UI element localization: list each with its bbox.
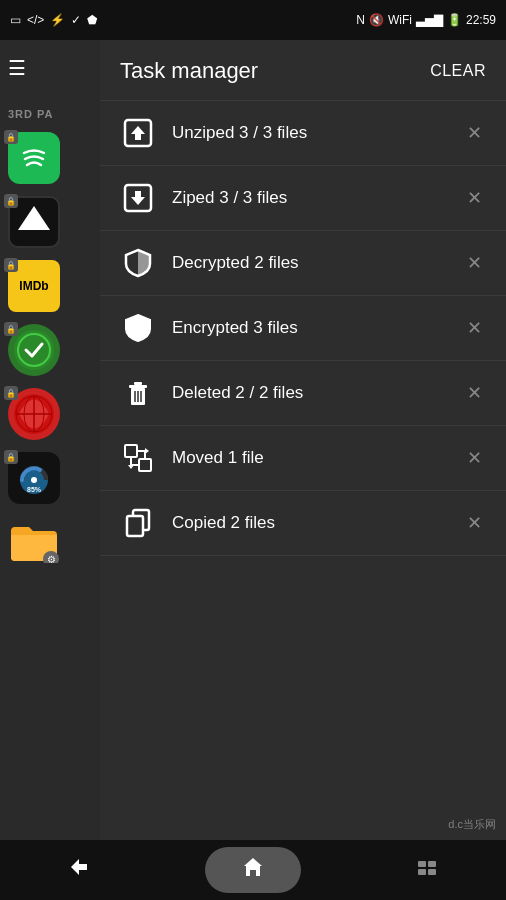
code-icon: </> [27,13,44,27]
list-item[interactable]: 🔒 85% [0,446,100,510]
task-title: Task manager [120,58,258,84]
list-item[interactable]: ⚙ [0,510,100,574]
lock-icon: 🔒 [4,130,18,144]
task-label-encrypted: Encrypted 3 files [172,318,447,338]
svg-marker-17 [131,126,145,140]
svg-rect-38 [428,861,436,867]
unzip-icon [120,115,156,151]
task-item-moved: Moved 1 file ✕ [100,426,506,491]
task-item-unziped: Unziped 3 / 3 files ✕ [100,101,506,166]
app-icon-folder: ⚙ [8,516,60,568]
clear-button[interactable]: CLEAR [430,62,486,80]
task-item-deleted: Deleted 2 / 2 files ✕ [100,361,506,426]
watermark: d.c当乐网 [448,817,496,832]
list-item[interactable]: 🔒 IMDb [0,254,100,318]
home-button[interactable] [205,847,301,893]
svg-rect-21 [129,385,147,388]
svg-marker-33 [145,448,149,454]
task-list: Unziped 3 / 3 files ✕ Ziped 3 / 3 files … [100,101,506,840]
notify-icon: ✓ [71,13,81,27]
status-icons-left: ▭ </> ⚡ ✓ ⬟ [10,13,97,27]
lock-icon: 🔒 [4,194,18,208]
copy-icon [120,505,156,541]
close-button-unziped[interactable]: ✕ [463,118,486,148]
close-button-deleted[interactable]: ✕ [463,378,486,408]
clock: 22:59 [466,13,496,27]
move-icon [120,440,156,476]
task-item-ziped: Ziped 3 / 3 files ✕ [100,166,506,231]
svg-rect-37 [418,861,426,867]
battery-icon: 🔋 [447,13,462,27]
task-label-moved: Moved 1 file [172,448,447,468]
lock-icon: 🔒 [4,450,18,464]
list-item[interactable]: 🔒 [0,382,100,446]
mute-icon: 🔇 [369,13,384,27]
task-item-copied: Copied 2 files ✕ [100,491,506,556]
list-item[interactable]: 🔒 [0,190,100,254]
usb-icon: ⚡ [50,13,65,27]
trash-icon [120,375,156,411]
zip-icon [120,180,156,216]
task-label-deleted: Deleted 2 / 2 files [172,383,447,403]
task-label-unziped: Unziped 3 / 3 files [172,123,447,143]
list-item[interactable]: 🔒 [0,126,100,190]
wifi-icon: WiFi [388,13,412,27]
recents-button[interactable] [395,848,459,892]
close-button-copied[interactable]: ✕ [463,508,486,538]
svg-rect-27 [125,445,137,457]
svg-marker-34 [128,465,134,469]
svg-text:⚙: ⚙ [47,554,56,563]
status-bar: ▭ </> ⚡ ✓ ⬟ N 🔇 WiFi ▃▅▇ 🔋 22:59 [0,0,506,40]
svg-point-12 [31,477,37,483]
lock-icon: 🔒 [4,322,18,336]
task-label-ziped: Ziped 3 / 3 files [172,188,447,208]
sidebar: ☰ 3RD PA 🔒 🔒 [0,40,100,840]
encrypt-icon [120,310,156,346]
svg-rect-39 [418,869,426,875]
task-item-decrypted: Decrypted 2 files ✕ [100,231,506,296]
status-icons-right: N 🔇 WiFi ▃▅▇ 🔋 22:59 [356,13,496,27]
nfc-icon: N [356,13,365,27]
svg-marker-19 [131,191,145,205]
android-icon: ⬟ [87,13,97,27]
sidebar-label: 3RD PA [0,96,100,126]
task-label-decrypted: Decrypted 2 files [172,253,447,273]
back-button[interactable] [47,847,111,893]
list-item[interactable]: 🔒 [0,318,100,382]
svg-rect-28 [139,459,151,471]
lock-icon: 🔒 [4,386,18,400]
close-button-moved[interactable]: ✕ [463,443,486,473]
svg-rect-36 [127,516,143,536]
svg-rect-22 [134,382,142,385]
signal-icon: ▃▅▇ [416,13,443,27]
screen-icon: ▭ [10,13,21,27]
hamburger-icon[interactable]: ☰ [0,40,100,96]
svg-point-0 [14,138,54,178]
svg-point-3 [14,330,54,370]
close-button-decrypted[interactable]: ✕ [463,248,486,278]
main-container: ☰ 3RD PA 🔒 🔒 [0,40,506,840]
task-item-encrypted: Encrypted 3 files ✕ [100,296,506,361]
task-label-copied: Copied 2 files [172,513,447,533]
task-panel: Task manager CLEAR Unziped 3 / 3 files ✕ [100,40,506,840]
bottom-nav [0,840,506,900]
lock-icon: 🔒 [4,258,18,272]
close-button-ziped[interactable]: ✕ [463,183,486,213]
svg-rect-40 [428,869,436,875]
task-header: Task manager CLEAR [100,40,506,101]
decrypt-icon [120,245,156,281]
svg-text:85%: 85% [27,486,42,493]
close-button-encrypted[interactable]: ✕ [463,313,486,343]
